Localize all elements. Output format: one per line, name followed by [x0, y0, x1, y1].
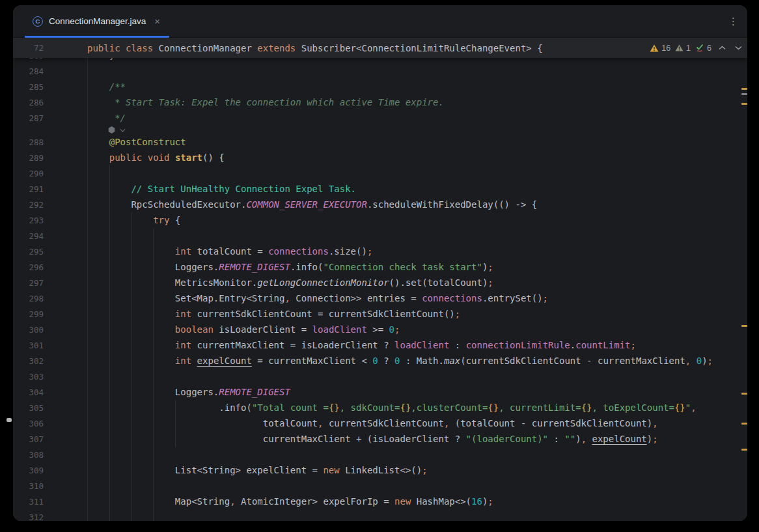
- code-line: 290: [13, 165, 747, 181]
- code-editor[interactable]: 283 }284285 /**286 * Start Task: Expel t…: [13, 58, 747, 521]
- tab-connectionmanager-java[interactable]: C ConnectionManager.java ×: [25, 5, 169, 37]
- code-line-text[interactable]: int currentMaxClient = isLoaderClient ? …: [87, 340, 636, 350]
- code-token: Map<String: [87, 496, 230, 507]
- line-number[interactable]: 299: [13, 309, 44, 319]
- sticky-declaration-line[interactable]: 72 public class ConnectionManager extend…: [13, 38, 747, 58]
- line-number[interactable]: 296: [13, 262, 44, 272]
- code-token: /**: [87, 81, 126, 92]
- code-line-text[interactable]: // Start UnHealthy Connection Expel Task…: [87, 184, 356, 194]
- editor-options-kebab-icon[interactable]: ⋮: [724, 5, 742, 37]
- code-line-text[interactable]: List<String> expelClient = new LinkedLis…: [87, 465, 428, 475]
- line-number[interactable]: 295: [13, 247, 44, 257]
- code-line-text[interactable]: @PostConstruct: [87, 137, 186, 147]
- code-token: [87, 137, 109, 147]
- code-token: ;: [422, 465, 427, 475]
- stripe-warning-mark[interactable]: [741, 88, 747, 90]
- stripe-warning-mark[interactable]: [741, 325, 747, 327]
- code-line-text[interactable]: .info("Total count ={}, sdkCount={},clus…: [87, 402, 697, 413]
- sticky-code[interactable]: public class ConnectionManager extends S…: [87, 43, 543, 53]
- code-token: = currentMaxClient <: [252, 356, 372, 366]
- code-line-text[interactable]: totalCount, currentSdkClientCount, (tota…: [87, 418, 658, 428]
- code-line-text[interactable]: int expelCount = currentMaxClient < 0 ? …: [87, 356, 713, 366]
- line-number[interactable]: 289: [13, 153, 44, 163]
- line-number[interactable]: 298: [13, 294, 44, 303]
- line-number[interactable]: 304: [13, 387, 44, 397]
- line-number[interactable]: 297: [13, 278, 44, 288]
- line-number[interactable]: 287: [13, 113, 44, 123]
- code-token: getLongConnectionMonitor: [257, 277, 389, 288]
- warnings-badge[interactable]: 16: [650, 44, 670, 53]
- code-line: 283 }: [13, 58, 747, 63]
- tab-close-icon[interactable]: ×: [154, 16, 160, 26]
- stripe-warning-mark[interactable]: [741, 449, 747, 451]
- line-number[interactable]: 309: [13, 466, 44, 475]
- code-line-text[interactable]: RpcScheduledExecutor.COMMON_SERVER_EXECU…: [87, 199, 537, 210]
- line-number[interactable]: 303: [13, 372, 44, 382]
- line-number[interactable]: 308: [13, 450, 44, 460]
- weak-warning-count: 1: [686, 44, 691, 53]
- code-line-text[interactable]: }: [87, 58, 115, 61]
- code-token: [87, 215, 153, 225]
- line-number[interactable]: 302: [13, 356, 44, 366]
- line-number[interactable]: 311: [13, 497, 44, 507]
- line-number[interactable]: 284: [13, 66, 44, 76]
- editor-tab-bar: C ConnectionManager.java × ⋮: [13, 5, 747, 38]
- code-line-text[interactable]: public void start() {: [87, 152, 225, 163]
- code-line: 302 int expelCount = currentMaxClient < …: [13, 353, 747, 369]
- line-number[interactable]: 286: [13, 98, 44, 107]
- code-token: {}: [674, 402, 685, 413]
- code-line-text[interactable]: /**: [87, 81, 126, 92]
- code-token: ;: [631, 340, 636, 350]
- code-line-text[interactable]: * Start Task: Expel the connection which…: [87, 97, 444, 107]
- line-number[interactable]: 293: [13, 216, 44, 225]
- code-line: 297 MetricsMonitor.getLongConnectionMoni…: [13, 275, 747, 290]
- stripe-warning-mark[interactable]: [741, 103, 747, 105]
- line-number[interactable]: 285: [13, 82, 44, 92]
- code-token: .info(: [87, 402, 252, 413]
- chevron-down-icon[interactable]: [120, 126, 125, 132]
- line-number[interactable]: 305: [13, 403, 44, 413]
- stripe-dim-mark[interactable]: [741, 93, 747, 95]
- code-token: ;: [708, 356, 713, 366]
- code-token: ,clusterCount=: [411, 402, 488, 413]
- stripe-warning-mark[interactable]: [741, 393, 747, 395]
- code-line-text[interactable]: Loggers.REMOTE_DIGEST: [87, 387, 290, 397]
- line-number[interactable]: 283: [13, 58, 44, 61]
- code-line-text[interactable]: boolean isLoaderClient = loadClient >= 0…: [87, 324, 400, 335]
- code-line-text[interactable]: Loggers.REMOTE_DIGEST.info("Connection c…: [87, 262, 493, 272]
- line-number[interactable]: 301: [13, 341, 44, 350]
- code-line-text[interactable]: */: [87, 113, 126, 123]
- line-number[interactable]: 292: [13, 200, 44, 210]
- line-number[interactable]: 310: [13, 481, 44, 491]
- code-line: 307 currentMaxClient + (isLoaderClient ?…: [13, 431, 747, 447]
- line-number[interactable]: 288: [13, 137, 44, 147]
- line-number[interactable]: 294: [13, 231, 44, 241]
- code-token: ;: [394, 324, 400, 335]
- line-number[interactable]: 300: [13, 325, 44, 335]
- code-line-text[interactable]: MetricsMonitor.getLongConnectionMonitor(…: [87, 277, 493, 288]
- code-line-text[interactable]: Set<Map.Entry<String, Connection>> entri…: [87, 293, 548, 303]
- line-number[interactable]: 312: [13, 512, 44, 522]
- code-token: REMOTE_DIGEST: [219, 387, 290, 397]
- code-token: totalCount =: [191, 246, 268, 257]
- line-number[interactable]: 307: [13, 434, 44, 444]
- code-token: ;: [367, 246, 372, 257]
- weak-warnings-badge[interactable]: 1: [675, 44, 691, 53]
- code-line-text[interactable]: int currentSdkClientCount = currentSdkCl…: [87, 309, 460, 319]
- code-line-text[interactable]: Map<String, AtomicInteger> expelForIp = …: [87, 496, 493, 507]
- code-line-text[interactable]: try {: [87, 215, 180, 225]
- code-token: expelCount: [592, 434, 647, 444]
- typos-badge[interactable]: 6: [695, 44, 711, 53]
- inlay-hint-icon[interactable]: [108, 126, 115, 133]
- line-number[interactable]: 290: [13, 169, 44, 178]
- code-line: 306 totalCount, currentSdkClientCount, (…: [13, 415, 747, 431]
- code-line-text[interactable]: currentMaxClient + (isLoaderClient ? "(l…: [87, 434, 658, 444]
- line-number[interactable]: 306: [13, 419, 44, 428]
- code-line-text[interactable]: int totalCount = connections.size();: [87, 246, 372, 257]
- previous-problem-button[interactable]: [716, 42, 728, 54]
- line-number[interactable]: 291: [13, 184, 44, 194]
- next-problem-button[interactable]: [732, 42, 744, 54]
- code-token: HashMap<>(: [411, 496, 471, 507]
- stripe-warning-mark[interactable]: [741, 423, 747, 425]
- sticky-line-number[interactable]: 72: [13, 43, 44, 53]
